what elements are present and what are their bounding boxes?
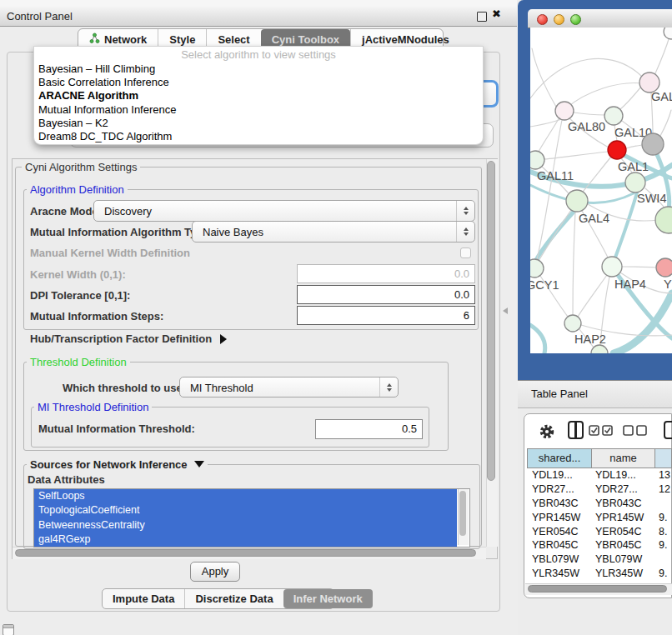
kernel-width-field[interactable]: 0.0 (297, 264, 475, 283)
network-edge[interactable] (578, 275, 607, 317)
network-view-canvas[interactable]: GALGAL80GAL10GAL1GAL11SWI4GAL4GCY1HAP4YH… (530, 28, 672, 353)
table-horizontal-scrollbar-thumb[interactable] (528, 585, 667, 592)
network-node[interactable] (564, 315, 581, 332)
network-edge[interactable] (539, 210, 571, 261)
dpi-tolerance-field[interactable]: 0.0 (297, 285, 475, 304)
table-row[interactable]: YPR145WYPR145W9. (527, 511, 672, 525)
sources-title[interactable]: Sources for Network Inference (27, 458, 208, 471)
algorithm-option[interactable]: Basic Correlation Inference (34, 76, 483, 89)
float-window-icon[interactable] (477, 12, 487, 22)
network-node-label: GAL11 (537, 169, 574, 182)
network-edge[interactable] (622, 267, 656, 268)
mi-threshold-field[interactable]: 0.5 (315, 419, 423, 439)
network-node[interactable] (656, 258, 672, 277)
algorithm-option[interactable]: Dream8 DC_TDC Algorithm (34, 130, 483, 143)
zoom-traffic-light-icon[interactable] (570, 14, 581, 25)
vertical-scrollbar-thumb[interactable] (487, 161, 495, 481)
network-edge[interactable] (660, 110, 671, 136)
control-panel-title: Control Panel (7, 7, 73, 26)
table-row[interactable]: YDL19...YDL19...13 (527, 468, 672, 482)
mi-type-select[interactable]: Naive Bayes (192, 221, 475, 242)
network-edge-highlighted[interactable] (615, 192, 637, 258)
mi-steps-field[interactable]: 6 (297, 306, 475, 325)
network-node[interactable] (591, 345, 608, 353)
app-screen: Control Panel ✖ Network Style Select Cyn… (0, 0, 672, 635)
network-edge[interactable] (655, 37, 669, 73)
popup-item-list: Bayesian – Hill ClimbingBasic Correlatio… (34, 62, 483, 143)
network-edge[interactable] (620, 87, 641, 109)
table-row[interactable]: YDR27...YDR27...12 (527, 482, 672, 497)
list-scrollbar-thumb[interactable] (459, 491, 466, 536)
network-graph: GALGAL80GAL10GAL1GAL11SWI4GAL4GCY1HAP4YH… (530, 28, 672, 353)
data-attributes-label: Data Attributes (28, 473, 105, 486)
attribute-item-selected[interactable]: SelfLoops (34, 489, 457, 503)
minimize-traffic-light-icon[interactable] (554, 14, 564, 25)
close-icon[interactable]: ✖ (492, 8, 501, 20)
collapsed-panel-icon[interactable] (3, 624, 14, 635)
network-node[interactable] (625, 172, 645, 192)
algorithm-option[interactable]: ARACNE Algorithm (34, 89, 483, 102)
network-node-label: GAL80 (568, 120, 605, 133)
network-node-label: HAP4 (614, 278, 646, 291)
algorithm-option[interactable]: Mutual Information Inference (34, 103, 483, 117)
table-row[interactable]: YBL079WYBL079W (527, 552, 672, 567)
network-node[interactable] (555, 102, 574, 120)
tab-discretize-data[interactable]: Discretize Data (184, 589, 283, 608)
attribute-item-selected[interactable]: TopologicalCoefficient (34, 503, 457, 518)
select-all-icon[interactable] (589, 425, 615, 440)
network-edge[interactable] (532, 48, 556, 107)
network-edge[interactable] (566, 83, 642, 108)
network-edge[interactable] (573, 212, 575, 315)
deselect-all-icon[interactable] (623, 425, 649, 440)
attribute-item-selected[interactable]: BetweennessCentrality (34, 518, 457, 532)
column-header-shared[interactable]: shared... (527, 448, 592, 468)
network-node[interactable] (608, 141, 626, 159)
aracne-mode-select[interactable]: Discovery (93, 200, 475, 222)
network-node[interactable] (642, 133, 664, 155)
hub-definition-toggle[interactable]: Hub/Transcription Factor Definition (30, 332, 227, 345)
network-edge[interactable] (626, 145, 642, 148)
network-node[interactable] (655, 207, 672, 233)
algorithm-option[interactable]: Bayesian – Hill Climbing (34, 62, 483, 76)
column-header-partial[interactable] (655, 448, 672, 468)
kernel-width-label: Kernel Width (0,1): (30, 268, 126, 281)
network-node[interactable] (530, 151, 544, 169)
table-row[interactable]: YER054CYER054C8. (527, 525, 672, 539)
attribute-item-selected[interactable]: gal4RGexp (34, 532, 457, 547)
collapse-arrow-icon (194, 461, 204, 468)
which-threshold-select[interactable]: MI Threshold (179, 377, 399, 398)
close-traffic-light-icon[interactable] (537, 14, 548, 25)
settings-gear-icon[interactable] (539, 423, 555, 443)
network-node[interactable] (604, 107, 623, 125)
show-columns-icon[interactable] (568, 421, 584, 439)
tab-impute-data[interactable]: Impute Data (103, 589, 184, 608)
threshold-definition-title: Threshold Definition (27, 356, 130, 368)
table-row[interactable]: YBR043CYBR043C (527, 497, 672, 511)
network-node-label: GAL4 (579, 212, 609, 225)
network-window-titlebar[interactable] (528, 9, 672, 28)
column-header-name[interactable]: name (592, 448, 655, 468)
network-edge[interactable] (530, 58, 642, 98)
control-panel-titlebar (0, 7, 517, 27)
network-node[interactable] (602, 257, 622, 277)
cyni-settings-title: Cyni Algorithm Settings (22, 161, 140, 173)
network-edge[interactable] (544, 152, 608, 159)
splitter-handle-icon[interactable] (503, 308, 508, 314)
table-row[interactable]: YBR045CYBR045C9. (527, 538, 672, 552)
horizontal-scrollbar-thumb[interactable] (15, 549, 476, 557)
network-node[interactable] (566, 190, 588, 212)
table-toolbar-partial-icon[interactable] (664, 421, 672, 439)
apply-button[interactable]: Apply (190, 562, 240, 582)
network-node-label: HAP2 (574, 332, 606, 346)
manual-kernel-checkbox[interactable] (460, 248, 471, 258)
network-edge-highlighted[interactable] (614, 293, 672, 353)
algorithm-option[interactable]: Bayesian – K2 (34, 117, 483, 130)
tab-infer-network[interactable]: Infer Network (283, 589, 373, 608)
network-edge-highlighted[interactable] (530, 325, 545, 353)
network-node[interactable] (664, 28, 672, 39)
top-strip (0, 0, 517, 7)
network-edge[interactable] (574, 112, 604, 115)
table-row[interactable]: YLR345WYLR345W9. (527, 567, 672, 581)
expand-arrow-icon (220, 334, 227, 344)
network-node[interactable] (530, 259, 544, 278)
